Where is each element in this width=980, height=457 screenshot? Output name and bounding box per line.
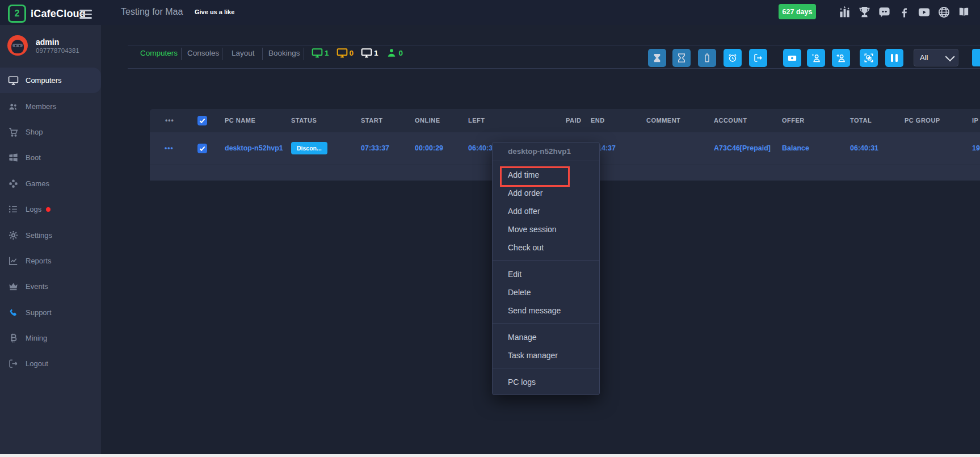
cell-ip: 192	[972, 132, 980, 165]
status-badge: Discon...	[291, 142, 327, 154]
col-comment: COMMENT	[646, 109, 680, 132]
menu-item-pc-logs[interactable]: PC logs	[493, 373, 599, 391]
row-checkbox[interactable]	[197, 144, 207, 153]
cash-icon	[787, 53, 797, 63]
offline-pc-counter: 1	[361, 47, 378, 58]
app-logo[interactable]: 2 iCafeCloud	[8, 5, 86, 23]
avatar	[7, 35, 28, 56]
discord-icon[interactable]	[878, 6, 891, 19]
menu-item-check-out[interactable]: Check out	[493, 238, 599, 257]
tab-bookings[interactable]: Bookings	[268, 49, 300, 57]
tab-layout[interactable]: Layout	[232, 49, 255, 57]
cell-offer: Balance	[782, 132, 809, 165]
status-counters: 1 0 1 0	[312, 47, 403, 58]
sidebar-nav: Computers Members Shop Boot Games Logs	[0, 68, 101, 377]
sidebar-item-events[interactable]: Events	[0, 274, 101, 299]
session-timer-button[interactable]	[672, 49, 691, 67]
sidebar-item-games[interactable]: Games	[0, 171, 101, 196]
phone-icon	[8, 307, 19, 318]
gamepad-icon	[8, 178, 19, 189]
pause-button[interactable]	[885, 49, 903, 67]
sidebar-item-shop[interactable]: Shop	[0, 119, 101, 145]
give-us-a-like-link[interactable]: Give us a like	[195, 9, 234, 15]
icafecloud-app: 2 iCafeCloud Testing for Maa Give us a l…	[0, 0, 980, 457]
members-icon	[8, 101, 19, 112]
col-status: STATUS	[291, 109, 317, 132]
cell-total: 06:40:31	[850, 132, 878, 165]
sidebar-item-mining[interactable]: Mining	[0, 325, 101, 351]
tab-computers[interactable]: Computers	[140, 49, 178, 57]
context-menu-title: desktop-n52hvp1	[493, 142, 599, 161]
menu-toggle-icon[interactable]	[79, 7, 92, 21]
col-end: END	[591, 109, 605, 132]
horizontal-scrollbar[interactable]	[0, 454, 980, 457]
check-out-button[interactable]	[749, 49, 767, 67]
table-header-row: ••• PC NAME STATUS START ONLINE LEFT PAI…	[150, 109, 980, 132]
menu-item-move-session[interactable]: Move session	[493, 220, 599, 238]
monitor-icon	[361, 47, 372, 58]
cell-pc-name[interactable]: desktop-n52hvp1	[225, 132, 283, 165]
windows-icon	[8, 152, 19, 163]
clipped-toolbar-button[interactable]	[972, 49, 980, 66]
logo-icon: 2	[8, 5, 26, 23]
handbook-icon[interactable]	[957, 6, 970, 19]
battery-button[interactable]	[698, 49, 716, 67]
alarm-button[interactable]	[724, 49, 742, 67]
select-all-checkbox[interactable]	[197, 116, 207, 125]
filter-value: All	[920, 53, 928, 62]
sidebar-item-reports[interactable]: Reports	[0, 248, 101, 274]
check-out-icon	[753, 53, 763, 63]
divider	[181, 48, 182, 60]
cell-start: 07:33:37	[361, 132, 389, 165]
sidebar-item-logout[interactable]: Logout	[0, 351, 101, 376]
menu-item-add-order[interactable]: Add order	[493, 184, 599, 202]
monitor-icon	[8, 75, 19, 86]
sidebar-item-label: Logout	[26, 359, 48, 368]
facebook-icon[interactable]	[898, 6, 911, 19]
session-time-button[interactable]	[648, 49, 666, 67]
col-start: START	[361, 109, 382, 132]
trophy-icon[interactable]	[858, 6, 871, 19]
menu-item-send-message[interactable]: Send message	[493, 301, 599, 320]
user-name: admin	[36, 37, 79, 47]
add-guest-icon	[836, 53, 846, 63]
menu-item-task-manager[interactable]: Task manager	[493, 346, 599, 364]
header-row-menu-icon[interactable]: •••	[165, 109, 174, 132]
pause-icon	[891, 54, 898, 62]
sidebar-item-settings[interactable]: Settings	[0, 222, 101, 248]
globe-icon[interactable]	[937, 6, 950, 19]
top-bar: 2 iCafeCloud Testing for Maa Give us a l…	[0, 0, 980, 25]
col-account: ACCOUNT	[714, 109, 747, 132]
divider	[304, 48, 304, 60]
logout-icon	[8, 358, 19, 369]
ranking-icon[interactable]	[838, 6, 851, 19]
sidebar-item-label: Events	[26, 282, 48, 291]
row-menu-icon[interactable]: •••	[165, 132, 174, 165]
logs-alert-dot	[46, 207, 51, 212]
sidebar-item-members[interactable]: Members	[0, 93, 101, 119]
youtube-icon[interactable]	[918, 6, 931, 19]
col-pc-group: PC GROUP	[905, 109, 940, 132]
menu-item-add-offer[interactable]: Add offer	[493, 202, 599, 220]
divider	[262, 48, 263, 60]
sidebar-item-computers[interactable]: Computers	[0, 68, 101, 93]
col-paid: PAID	[566, 109, 581, 132]
member-check-in-button[interactable]	[807, 49, 825, 67]
guest-counter: 0	[386, 47, 403, 58]
tab-consoles[interactable]: Consoles	[187, 49, 219, 57]
license-days-button[interactable]: 627 days	[779, 4, 816, 19]
cash-button[interactable]	[783, 49, 801, 67]
menu-item-edit[interactable]: Edit	[493, 265, 599, 283]
user-profile: admin 097778704381	[7, 35, 79, 56]
menu-item-manage[interactable]: Manage	[493, 328, 599, 346]
col-ip: IP A	[972, 109, 980, 132]
pc-group-filter-select[interactable]: All	[914, 49, 958, 66]
guest-check-in-button[interactable]	[832, 49, 850, 67]
sidebar-item-support[interactable]: Support	[0, 300, 101, 325]
sidebar-item-boot[interactable]: Boot	[0, 145, 101, 170]
sidebar-item-logs[interactable]: Logs	[0, 196, 101, 222]
menu-item-add-time[interactable]: Add time	[493, 166, 599, 184]
menu-item-delete[interactable]: Delete	[493, 283, 599, 301]
screenshot-button[interactable]	[860, 49, 878, 67]
sidebar-item-label: Settings	[26, 231, 52, 240]
